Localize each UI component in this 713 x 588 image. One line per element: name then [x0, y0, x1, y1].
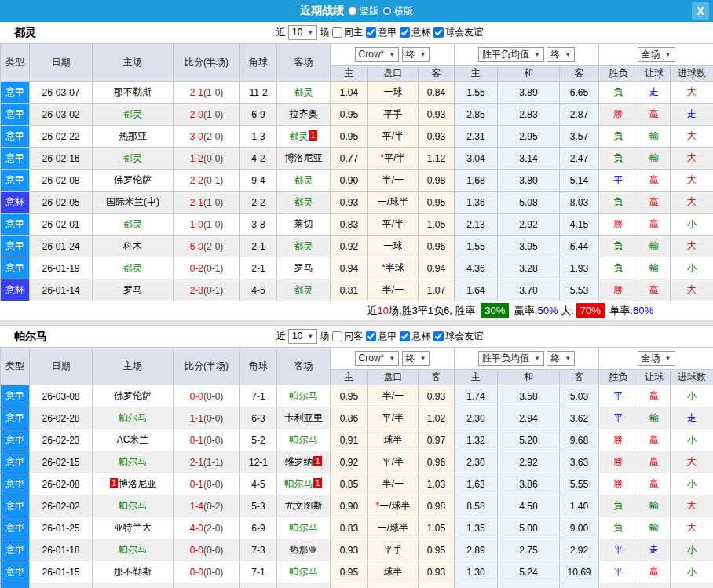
match-date: 26-01-25 [30, 517, 93, 539]
layout-radio-vertical[interactable]: 竖版 [348, 5, 378, 18]
league-filter-serie-a[interactable]: 意甲 [365, 330, 397, 343]
match-date: 26-01-11 [30, 583, 93, 588]
team-label: 帕尔马 [290, 434, 318, 445]
away-odds: 0.97 [419, 429, 455, 451]
panel-title: 近期战绩 [300, 4, 344, 18]
league-badge: 意甲 [1, 473, 30, 495]
corner-score: 12-1 [240, 451, 277, 473]
vertical-radio[interactable] [348, 6, 357, 16]
league-filter-friendly[interactable]: 球会友谊 [433, 26, 483, 39]
chevron-down-icon: ▼ [389, 49, 395, 60]
result-handicap: 贏 [638, 170, 671, 192]
team-section-parma: 帕尔马 近 10 ▼ 场 同客 意甲 意杯 球会友谊 [0, 326, 713, 588]
home-team: 1博洛尼亚 [93, 473, 174, 495]
league-filter-serie-a[interactable]: 意甲 [365, 26, 397, 39]
avg-time-select[interactable]: 终▼ [547, 47, 575, 62]
halftime-score: (2-0) [203, 131, 223, 142]
match-count-select[interactable]: 10 ▼ [288, 25, 317, 40]
result-goals: 大 [671, 583, 713, 588]
home-odds: 0.93 [331, 192, 368, 214]
match-score: 2-1(1-0) [174, 192, 240, 214]
corner-score: 3-3 [240, 583, 277, 588]
same-venue-checkbox[interactable] [332, 27, 342, 38]
away-team: 帕尔马 [277, 385, 331, 407]
away-odds: 1.05 [419, 517, 455, 539]
handicap: 一/球半 [368, 517, 419, 539]
avg-odds-select[interactable]: 胜平负均值▼ [478, 351, 544, 366]
match-count-select[interactable]: 10 ▼ [288, 329, 317, 344]
draw-avg: 5.24 [498, 561, 560, 583]
away-avg: 6.44 [560, 236, 599, 257]
league-filter-coppa[interactable]: 意杯 [399, 330, 430, 343]
match-date: 26-02-16 [30, 148, 93, 170]
away-avg: 8.03 [560, 192, 599, 214]
league-filter-coppa[interactable]: 意杯 [399, 26, 430, 39]
home-avg: 1.68 [455, 170, 498, 192]
coppa-checkbox[interactable] [400, 27, 410, 38]
home-odds: 0.83 [331, 517, 368, 539]
team-label: AC米兰 [117, 434, 149, 445]
home-avg: 2.13 [455, 214, 498, 236]
coppa-label: 意杯 [411, 330, 430, 343]
result-goals: 走 [671, 104, 713, 126]
result-goals: 小 [671, 539, 713, 561]
bookmaker-select[interactable]: Crow*▼ [355, 351, 400, 366]
close-button[interactable]: X [692, 2, 709, 20]
red-card-badge: 1 [313, 478, 321, 488]
same-venue-checkbox[interactable] [332, 331, 342, 341]
odds-time-select[interactable]: 终▼ [402, 351, 430, 366]
league-badge: 意甲 [1, 451, 30, 473]
result-goals: 大 [671, 126, 713, 148]
odds-time-select[interactable]: 终▼ [402, 47, 430, 62]
bookmaker-select[interactable]: Crow*▼ [355, 47, 400, 62]
handicap: 一球 [368, 82, 419, 104]
result-goals: 小 [671, 561, 713, 583]
match-date: 26-02-22 [30, 126, 93, 148]
home-team: 帕尔马 [93, 407, 174, 429]
friendly-checkbox[interactable] [433, 27, 444, 38]
sub-handicap: 盘口 [368, 370, 419, 385]
table-row: 意甲26-02-15帕尔马2-1(1-1)12-1维罗纳10.92平/半0.96… [1, 451, 713, 473]
match-date: 26-03-08 [30, 385, 93, 407]
friendly-label: 球会友谊 [445, 26, 483, 39]
away-team: 罗马 [277, 257, 331, 279]
serie-a-checkbox[interactable] [366, 27, 376, 38]
layout-radio-horizontal[interactable]: 横版 [382, 5, 413, 18]
fulltime-score: 0-0 [190, 545, 203, 556]
avg-time-select[interactable]: 终▼ [547, 351, 575, 366]
team-label: 热那亚 [119, 130, 147, 141]
horizontal-radio[interactable] [382, 6, 392, 16]
result-handicap: 輸 [638, 236, 671, 257]
team-label: 都灵 [294, 174, 313, 185]
same-venue-filter[interactable]: 同主 [331, 26, 363, 39]
scope-select[interactable]: 全场▼ [638, 351, 675, 366]
friendly-checkbox[interactable] [433, 331, 444, 341]
same-venue-filter[interactable]: 同客 [331, 330, 363, 343]
league-badge: 意甲 [1, 104, 30, 126]
away-avg: 5.03 [560, 385, 599, 407]
match-date: 26-03-07 [30, 82, 93, 104]
handicap: 平手 [368, 583, 419, 588]
home-odds: 0.95 [331, 385, 368, 407]
league-filter-friendly[interactable]: 球会友谊 [433, 330, 483, 343]
avg-odds-select[interactable]: 胜平负均值▼ [478, 47, 544, 62]
team-name: 帕尔马 [0, 330, 47, 344]
serie-a-checkbox[interactable] [366, 331, 376, 341]
coppa-checkbox[interactable] [400, 331, 410, 341]
match-score: 2-3(0-1) [174, 279, 240, 301]
scope-select[interactable]: 全场▼ [638, 47, 675, 62]
table-row: 意甲26-02-02帕尔马1-4(0-2)5-3尤文图斯0.90*一/球半0.9… [1, 495, 713, 517]
home-team: 热那亚 [93, 126, 174, 148]
handicap: 球半 [368, 561, 419, 583]
result-handicap: 贏 [638, 214, 671, 236]
sub-draw-avg: 和 [498, 66, 560, 82]
home-odds: 1.04 [331, 82, 368, 104]
sub-home-avg: 主 [455, 370, 498, 385]
avg-select-cell: 胜平负均值▼ 终▼ [455, 44, 599, 66]
home-avg: 4.36 [455, 257, 498, 279]
filter-bar: 近 10 ▼ 场 同客 意甲 意杯 球会友谊 [276, 329, 483, 344]
chevron-down-icon: ▼ [534, 49, 540, 60]
result-wdl: 勝 [599, 473, 638, 495]
home-avg: 2.89 [455, 539, 498, 561]
away-odds: 0.96 [419, 451, 455, 473]
